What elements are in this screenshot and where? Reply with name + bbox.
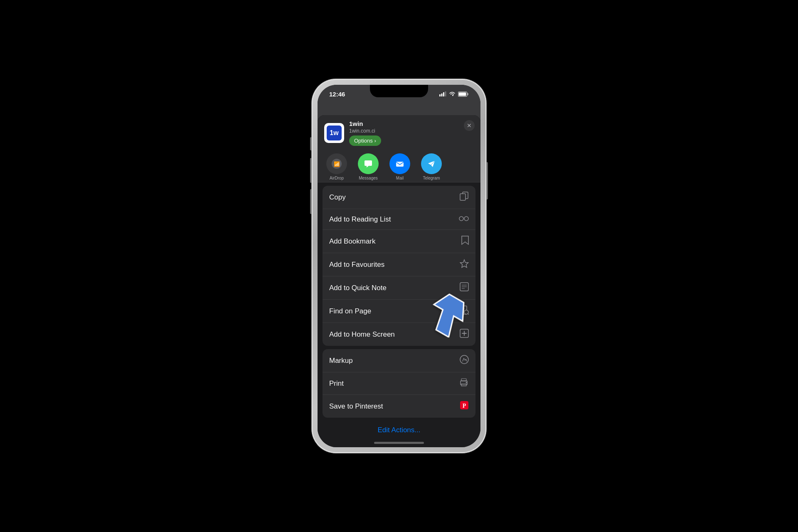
markup-svg xyxy=(460,355,469,364)
svg-rect-6 xyxy=(468,93,469,95)
site-icon-inner: 1w xyxy=(327,126,342,140)
svg-rect-1 xyxy=(441,94,443,96)
markup-label: Markup xyxy=(329,357,353,365)
telegram-icon xyxy=(421,153,442,174)
edit-actions[interactable]: Edit Actions... xyxy=(318,421,480,439)
svg-point-21 xyxy=(460,355,468,364)
print-icon xyxy=(459,378,469,389)
phone-shell: 12:46 xyxy=(312,79,486,453)
find-on-page-label: Find on Page xyxy=(329,307,371,315)
find-on-page-item[interactable]: Find on Page xyxy=(323,300,475,323)
find-on-page-svg xyxy=(460,305,469,315)
power-button xyxy=(486,162,488,200)
action-group-2: Markup Print xyxy=(323,349,475,418)
svg-point-16 xyxy=(464,217,468,221)
favourites-svg xyxy=(460,259,469,268)
notch xyxy=(370,85,428,97)
reading-list-label: Add to Reading List xyxy=(329,215,391,224)
print-svg xyxy=(459,378,469,387)
app-row: 📶 AirDrop M xyxy=(318,150,480,182)
favourites-label: Add to Favourites xyxy=(329,261,384,269)
print-item[interactable]: Print xyxy=(323,372,475,395)
bookmark-label: Add Bookmark xyxy=(329,237,376,246)
print-label: Print xyxy=(329,379,344,388)
status-time: 12:46 xyxy=(329,91,345,98)
airdrop-svg: 📶 xyxy=(331,158,342,170)
site-url: 1win.com.ci xyxy=(349,128,474,134)
signal-icon xyxy=(439,91,446,96)
favourites-icon xyxy=(460,259,469,270)
copy-item[interactable]: Copy xyxy=(323,186,475,209)
find-on-page-icon xyxy=(460,305,469,317)
app-row-inner: 📶 AirDrop M xyxy=(318,153,480,180)
markup-item[interactable]: Markup xyxy=(323,349,475,372)
copy-svg xyxy=(460,192,469,201)
svg-text:📶: 📶 xyxy=(334,161,340,167)
mail-item[interactable]: Mail xyxy=(387,153,412,180)
markup-icon xyxy=(460,355,469,366)
status-icons xyxy=(439,91,469,97)
svg-rect-11 xyxy=(396,162,404,167)
site-icon: 1w xyxy=(324,123,344,143)
pinterest-label: Save to Pinterest xyxy=(329,402,383,411)
messages-item[interactable]: Messages xyxy=(356,153,381,180)
bookmark-svg xyxy=(461,236,469,245)
svg-rect-3 xyxy=(445,91,446,96)
messages-icon xyxy=(358,153,379,174)
action-group-1: Copy Add to Reading List xyxy=(323,186,475,346)
home-screen-label: Add to Home Screen xyxy=(329,330,395,339)
mail-icon xyxy=(389,153,410,174)
telegram-label: Telegram xyxy=(423,176,440,180)
bookmark-item[interactable]: Add Bookmark xyxy=(323,230,475,253)
battery-icon xyxy=(458,91,469,97)
quick-note-svg xyxy=(460,282,469,291)
close-icon: ✕ xyxy=(467,122,472,129)
pinterest-icon: P xyxy=(460,401,469,412)
quick-note-item[interactable]: Add to Quick Note xyxy=(323,276,475,300)
home-indicator xyxy=(374,442,424,444)
quick-note-label: Add to Quick Note xyxy=(329,284,387,292)
svg-rect-2 xyxy=(443,92,444,96)
svg-point-15 xyxy=(459,217,463,221)
messages-label: Messages xyxy=(359,176,378,180)
svg-rect-14 xyxy=(460,194,466,200)
copy-icon xyxy=(460,192,469,203)
options-button[interactable]: Options › xyxy=(349,135,381,146)
airdrop-item[interactable]: 📶 AirDrop xyxy=(324,153,349,180)
phone-screen: 12:46 xyxy=(318,85,480,447)
quick-note-icon xyxy=(460,282,469,293)
favourites-item[interactable]: Add to Favourites xyxy=(323,253,475,276)
site-icon-text: 1w xyxy=(330,129,338,137)
copy-label: Copy xyxy=(329,193,346,202)
site-title: 1win xyxy=(349,120,474,127)
pinterest-svg: P xyxy=(460,401,469,410)
bookmark-icon xyxy=(461,236,469,247)
phone-mockup: 12:46 xyxy=(312,79,486,453)
telegram-item[interactable]: Telegram xyxy=(419,153,444,180)
reading-list-svg xyxy=(459,216,469,222)
svg-text:P: P xyxy=(463,403,466,409)
svg-rect-0 xyxy=(439,94,441,96)
svg-point-25 xyxy=(466,382,467,383)
wifi-icon xyxy=(449,91,456,96)
airdrop-icon: 📶 xyxy=(326,153,347,174)
site-info: 1win 1win.com.ci Options › xyxy=(349,120,474,146)
pinterest-item[interactable]: Save to Pinterest P xyxy=(323,395,475,418)
messages-svg xyxy=(362,158,374,170)
sheet-header: 1w 1win 1win.com.ci Options › ✕ xyxy=(318,115,480,150)
mail-svg xyxy=(394,158,406,170)
edit-actions-label: Edit Actions... xyxy=(378,426,421,434)
svg-rect-5 xyxy=(459,92,466,96)
telegram-svg xyxy=(426,158,437,170)
home-screen-svg xyxy=(460,329,469,338)
reading-list-item[interactable]: Add to Reading List xyxy=(323,209,475,230)
close-button[interactable]: ✕ xyxy=(464,120,475,131)
home-screen-icon xyxy=(460,329,469,340)
airdrop-label: AirDrop xyxy=(330,176,344,180)
share-sheet: 1w 1win 1win.com.ci Options › ✕ xyxy=(318,115,480,447)
reading-list-icon xyxy=(459,215,469,224)
mail-label: Mail xyxy=(396,176,404,180)
home-screen-item[interactable]: Add to Home Screen xyxy=(323,323,475,346)
